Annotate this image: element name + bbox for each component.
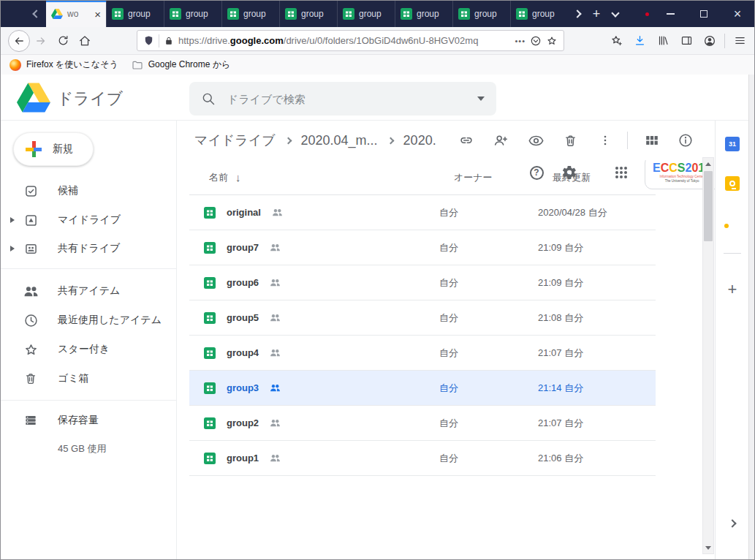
- new-tab-button[interactable]: +: [587, 1, 606, 27]
- url-bar[interactable]: https://drive.google.com/drive/u/0/folde…: [137, 30, 564, 51]
- new-button[interactable]: 新規: [13, 132, 94, 166]
- search-input[interactable]: [227, 93, 466, 105]
- folder-icon: [132, 59, 143, 71]
- file-row-group3[interactable]: group3 自分 21:14 自分: [189, 371, 656, 406]
- forward-button[interactable]: [30, 30, 52, 52]
- clock-icon: [23, 313, 39, 328]
- account-button[interactable]: [698, 30, 721, 52]
- tab-drive[interactable]: wo ×: [46, 1, 106, 27]
- search-icon[interactable]: [201, 91, 216, 106]
- details-button[interactable]: [675, 130, 696, 151]
- sheets-file-icon: [204, 453, 216, 464]
- file-row-original[interactable]: original 自分 2020/04/28 自分: [189, 195, 656, 230]
- breadcrumb-my-drive[interactable]: マイドライブ: [194, 132, 276, 149]
- grid-view-button[interactable]: [642, 130, 662, 151]
- bookmark-star-icon[interactable]: [546, 35, 558, 47]
- tab-sheet-1[interactable]: group: [106, 1, 164, 27]
- chevron-right-icon: [573, 10, 581, 18]
- tab-sheet-5[interactable]: group: [337, 1, 395, 27]
- expander-icon[interactable]: [10, 246, 15, 251]
- org-sub1: Information Technology Center: [659, 175, 704, 179]
- keep-icon[interactable]: [725, 176, 740, 191]
- column-name-sort[interactable]: 名前 ↓: [209, 171, 454, 184]
- share-button[interactable]: [490, 130, 511, 151]
- menu-button[interactable]: [728, 30, 751, 52]
- sidebar-item-trash[interactable]: ゴミ箱: [1, 364, 176, 393]
- add-addon-button[interactable]: +: [723, 280, 742, 299]
- preview-button[interactable]: [526, 130, 546, 151]
- minimize-button[interactable]: [653, 1, 687, 27]
- sidebar-item-shared-with-me[interactable]: 共有アイテム: [1, 276, 176, 306]
- bookmarks-toolbar: Firefox を使いこなそう Google Chrome から: [1, 55, 754, 75]
- sheets-file-icon: [204, 312, 216, 324]
- library-button[interactable]: [651, 30, 675, 52]
- sidebar-item-starred[interactable]: スター付き: [1, 335, 176, 364]
- chevron-down-icon: [611, 9, 619, 17]
- get-link-button[interactable]: [456, 130, 477, 151]
- tab-close-icon[interactable]: ×: [94, 9, 101, 20]
- scroll-up-button[interactable]: [703, 158, 713, 170]
- sidebar-item-recent[interactable]: 最近使用したアイテム: [1, 306, 176, 335]
- bookmark-folder-chrome[interactable]: Google Chrome から: [132, 58, 231, 71]
- more-actions-button[interactable]: [595, 130, 615, 151]
- maximize-button[interactable]: [687, 1, 721, 27]
- tab-scroll-left-button[interactable]: [27, 1, 46, 27]
- sidebar-item-priority[interactable]: 候補: [1, 176, 176, 205]
- reload-button[interactable]: [52, 30, 74, 52]
- tab-scroll-right-button[interactable]: [568, 1, 587, 27]
- pocket-icon[interactable]: [530, 35, 542, 47]
- tab-label: group: [359, 9, 382, 19]
- tab-sheet-8[interactable]: group: [510, 1, 568, 27]
- home-button[interactable]: [74, 30, 96, 52]
- list-scrollbar[interactable]: [702, 157, 714, 554]
- tabbar-spacer: [1, 1, 27, 27]
- tab-label: group: [128, 9, 151, 19]
- file-list: 名前 ↓ オーナー 最終更新 original 自分 2020/04/28 自分…: [189, 160, 656, 476]
- download-icon: [634, 34, 646, 47]
- calendar-icon[interactable]: 31: [725, 137, 740, 151]
- search-options-caret-icon[interactable]: [477, 97, 485, 101]
- delete-button[interactable]: [560, 130, 580, 151]
- hide-side-panel-button[interactable]: [724, 515, 740, 531]
- page-scrollbar[interactable]: [748, 75, 755, 560]
- file-row-group2[interactable]: group2 自分 21:07 自分: [189, 406, 656, 441]
- sidebar-item-my-drive[interactable]: マイドライブ: [1, 205, 176, 235]
- sheets-file-icon: [204, 347, 216, 359]
- tab-sheet-6[interactable]: group: [395, 1, 452, 27]
- file-modified: 21:06 自分: [538, 452, 656, 465]
- close-window-button[interactable]: ×: [721, 1, 754, 27]
- downloads-button[interactable]: [628, 30, 651, 52]
- sidebars-button[interactable]: [675, 30, 698, 52]
- breadcrumb-folder-1[interactable]: 2020.04_m...: [301, 133, 378, 148]
- file-row-group1[interactable]: group1 自分 21:06 自分: [189, 441, 656, 476]
- file-row-group7[interactable]: group7 自分 21:09 自分: [189, 230, 656, 265]
- scroll-down-button[interactable]: [703, 542, 713, 553]
- tab-sheet-7[interactable]: group: [452, 1, 510, 27]
- file-owner: 自分: [439, 382, 538, 395]
- tab-list-button[interactable]: [606, 1, 625, 27]
- page-actions-icon[interactable]: •••: [515, 37, 526, 45]
- file-row-group5[interactable]: group5 自分 21:08 自分: [189, 300, 656, 336]
- toolbar-divider: [627, 132, 628, 149]
- file-row-group4[interactable]: group4 自分 21:07 自分: [189, 336, 656, 371]
- url-path: /drive/u/0/folders/1ObGiD4dw6nU-8HGV02mq: [284, 35, 479, 46]
- bookmark-firefox[interactable]: Firefox を使いこなそう: [10, 58, 118, 71]
- tab-sheet-3[interactable]: group: [221, 1, 279, 27]
- search-box[interactable]: [189, 82, 496, 116]
- chevron-right-icon: [728, 519, 736, 527]
- tab-sheet-4[interactable]: group: [279, 1, 337, 27]
- sidebar-item-shared-drives[interactable]: 共有ドライブ: [1, 234, 176, 263]
- alert-dot: [645, 12, 649, 16]
- tab-sheet-2[interactable]: group: [164, 1, 221, 27]
- expander-icon[interactable]: [10, 217, 15, 223]
- scrollbar-thumb[interactable]: [704, 171, 713, 241]
- info-icon: [678, 132, 694, 148]
- save-to-collection-button[interactable]: [604, 30, 628, 52]
- tab-label: group: [474, 9, 497, 19]
- breadcrumb-folder-2[interactable]: 2020.: [403, 133, 436, 148]
- back-button[interactable]: [8, 30, 30, 52]
- breadcrumb: マイドライブ 2020.04_m... 2020.: [194, 121, 436, 160]
- sidebar-item-storage[interactable]: 保存容量: [1, 406, 176, 435]
- file-row-group6[interactable]: group6 自分 21:09 自分: [189, 265, 656, 300]
- drive-logo[interactable]: [17, 83, 50, 113]
